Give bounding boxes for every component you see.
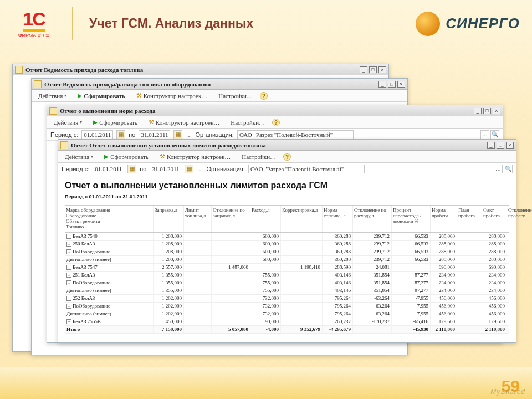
titlebar[interactable]: Отчет о выполнении норм расхода _ □ × [47, 105, 503, 116]
table-row: -250 БелАЗ1 208,000600,000360,288239,712… [65, 241, 509, 248]
window-icon [34, 80, 42, 88]
cell [281, 310, 323, 318]
cell [184, 310, 212, 318]
form-button[interactable]: ▶Сформировать [100, 152, 152, 161]
window-report-limits[interactable]: Отчет Отчет о выполнении установленных л… [58, 139, 516, 343]
help-icon[interactable]: ? [283, 153, 291, 161]
settings-button[interactable]: Настройки… [227, 118, 269, 127]
help-icon[interactable]: ? [260, 92, 268, 100]
cell: 1 487,000 [212, 264, 250, 271]
form-button[interactable]: ▶Сформировать [89, 118, 141, 127]
calendar-icon[interactable]: ▦ [116, 130, 125, 139]
maximize-button[interactable]: □ [497, 142, 504, 149]
tree-toggle[interactable]: - [66, 242, 71, 247]
row-label: БелАЗ 7555В [73, 319, 101, 324]
minimize-button[interactable]: _ [487, 142, 495, 149]
date-from-field[interactable]: 01.01.2011 [93, 165, 124, 173]
column-header: Заправка,л [154, 206, 184, 232]
cell [507, 295, 532, 302]
search-icon[interactable]: 🔍 [490, 130, 499, 139]
cell [184, 287, 212, 294]
cell [184, 326, 212, 333]
titlebar[interactable]: Отчет Ведомость прихода/расхода топлива … [32, 79, 407, 90]
help-icon[interactable]: ? [272, 119, 280, 126]
tree-toggle[interactable]: - [66, 265, 71, 270]
tree-toggle[interactable]: - [66, 280, 71, 285]
cell: 456,000 [431, 303, 457, 310]
column-header: Норма пробега [431, 206, 457, 232]
organization-field[interactable]: ОАО "Разрез "Полевой-Восточный" [237, 130, 354, 139]
cell: 1 202,000 [154, 303, 184, 310]
date-to-field[interactable]: 31.01.2011 [139, 130, 170, 139]
actions-menu[interactable]: Действия▾ [50, 118, 86, 127]
divider [72, 7, 73, 40]
ellipsis-button[interactable]: … [186, 131, 192, 138]
cell: 234,000 [482, 279, 507, 287]
maximize-button[interactable]: □ [483, 108, 491, 114]
cell: 732,000 [250, 303, 281, 310]
ellipsis-button[interactable]: … [197, 166, 203, 172]
calendar-icon[interactable]: ▦ [127, 165, 136, 173]
cell [507, 326, 532, 333]
expand-button[interactable]: … [494, 165, 503, 173]
cell [457, 264, 482, 271]
minimize-button[interactable]: _ [360, 66, 367, 73]
table-row: Дизтопливо (зимнее)1 202,000732,000795,2… [65, 310, 509, 318]
minimize-button[interactable]: _ [474, 108, 482, 114]
cell: 755,000 [250, 287, 281, 294]
cell [457, 272, 482, 279]
minimize-button[interactable]: _ [378, 81, 386, 88]
titlebar[interactable]: Отчет Ведомость прихода расхода топлива … [13, 64, 388, 75]
cell: 24,081 [353, 264, 392, 271]
cell [212, 318, 250, 325]
expand-button[interactable]: … [480, 130, 489, 139]
maximize-button[interactable]: □ [388, 81, 396, 88]
constructor-button[interactable]: ⚒Конструктор настроек… [156, 152, 234, 161]
cell [281, 272, 323, 279]
cell [507, 272, 532, 279]
titlebar[interactable]: Отчет Отчет о выполнении установленных л… [58, 140, 516, 151]
settings-button[interactable]: Настройки… [238, 152, 280, 161]
close-button[interactable]: × [378, 66, 386, 73]
cell: 2 557,000 [154, 264, 184, 271]
organization-field[interactable]: ОАО "Разрез "Полевой-Восточный" [248, 165, 365, 173]
maximize-button[interactable]: □ [369, 66, 377, 73]
cell [212, 233, 250, 240]
cell [212, 256, 250, 263]
cell: 690,000 [482, 264, 507, 271]
cell [507, 264, 532, 271]
date-to-field[interactable]: 31.01.2011 [150, 165, 181, 173]
cell: 288,000 [482, 256, 507, 263]
table-row: Дизтопливо (зимнее)1 355,000755,000403,1… [65, 287, 509, 295]
window-stack: Отчет Ведомость прихода расхода топлива … [12, 64, 520, 363]
row-label: Итого [66, 326, 80, 332]
tree-toggle[interactable]: + [66, 319, 71, 324]
tree-toggle[interactable]: - [66, 296, 71, 301]
logo-1c-text: 1C [23, 9, 44, 32]
actions-menu[interactable]: Действия▾ [61, 152, 97, 161]
cell: 239,712 [353, 256, 392, 263]
cell [184, 233, 212, 240]
tree-toggle[interactable]: - [66, 304, 71, 309]
close-button[interactable]: × [397, 81, 405, 88]
tree-toggle[interactable]: - [66, 273, 71, 278]
cell: 600,000 [250, 233, 281, 240]
cell [281, 295, 323, 302]
close-button[interactable]: × [493, 108, 500, 114]
close-button[interactable]: × [506, 142, 514, 149]
cell [392, 264, 431, 271]
settings-button[interactable]: Настройки… [214, 91, 257, 100]
constructor-button[interactable]: ⚒Конструктор настроек… [145, 117, 223, 127]
cell [457, 303, 482, 310]
form-button[interactable]: ▶Сформировать [74, 91, 129, 100]
cell: 87,277 [392, 272, 431, 279]
tree-toggle[interactable]: - [66, 234, 71, 239]
tree-toggle[interactable]: - [66, 249, 71, 254]
actions-menu[interactable]: Действия▾ [34, 91, 70, 100]
search-icon[interactable]: 🔍 [504, 165, 513, 173]
calendar-icon[interactable]: ▦ [173, 130, 182, 139]
cell: 7 158,000 [154, 326, 184, 333]
calendar-icon[interactable]: ▦ [185, 165, 193, 173]
constructor-button[interactable]: ⚒Конструктор настроек… [132, 91, 211, 100]
date-from-field[interactable]: 01.01.2011 [81, 130, 113, 139]
